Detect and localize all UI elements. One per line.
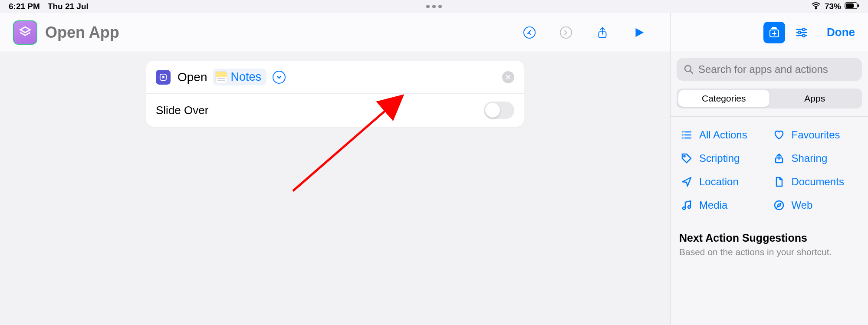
search-icon — [684, 64, 694, 75]
svg-point-17 — [688, 206, 690, 208]
location-icon — [681, 176, 692, 187]
category-web[interactable]: Web — [772, 195, 860, 216]
shortcut-title-input[interactable] — [45, 23, 175, 42]
category-sharing[interactable]: Sharing — [772, 148, 860, 169]
status-date: Thu 21 Jul — [48, 2, 89, 11]
segment-categories[interactable]: Categories — [678, 90, 769, 107]
action-header-row[interactable]: Open Notes — [146, 61, 524, 93]
category-location[interactable]: Location — [679, 171, 767, 192]
svg-point-18 — [775, 201, 783, 210]
category-label: Sharing — [792, 152, 828, 164]
redo-button — [557, 24, 575, 41]
svg-rect-2 — [846, 3, 854, 8]
svg-point-10 — [802, 28, 805, 31]
sidebar-header: Done — [671, 13, 868, 52]
heart-icon — [773, 129, 785, 141]
category-label: Media — [699, 199, 727, 211]
segmented-control[interactable]: Categories Apps — [677, 89, 862, 108]
delete-action-button[interactable] — [502, 71, 514, 83]
open-app-action-icon — [156, 70, 171, 85]
next-action-suggestions: Next Action Suggestions Based on the act… — [677, 222, 862, 257]
editor-toolbar — [0, 13, 670, 52]
category-label: All Actions — [699, 129, 747, 141]
battery-percent: 73% — [825, 2, 841, 11]
category-label: Scripting — [699, 152, 740, 164]
app-parameter[interactable]: Notes — [213, 69, 267, 85]
category-label: Documents — [792, 176, 844, 188]
category-media[interactable]: Media — [679, 195, 767, 216]
category-label: Web — [792, 199, 813, 211]
slide-over-row: Slide Over — [146, 93, 524, 127]
slide-over-toggle[interactable] — [484, 102, 514, 119]
slide-over-label: Slide Over — [156, 104, 208, 117]
status-time: 6:21 PM — [9, 2, 40, 11]
segment-apps[interactable]: Apps — [769, 90, 861, 107]
action-library-button[interactable] — [763, 22, 785, 43]
search-input[interactable] — [698, 63, 855, 76]
suggestions-title: Next Action Suggestions — [679, 232, 859, 244]
open-app-action-card: Open Notes Slide Over — [146, 61, 524, 127]
tag-icon — [681, 153, 692, 164]
category-documents[interactable]: Documents — [772, 171, 860, 192]
wifi-icon — [811, 0, 821, 13]
svg-point-16 — [683, 207, 685, 210]
settings-button[interactable] — [794, 25, 809, 40]
suggestions-subtitle: Based on the actions in your shortcut. — [679, 247, 859, 257]
done-button[interactable]: Done — [827, 26, 855, 39]
category-label: Favourites — [792, 129, 840, 141]
app-parameter-label: Notes — [231, 70, 262, 84]
action-verb: Open — [178, 70, 207, 84]
shortcut-icon[interactable] — [13, 20, 37, 45]
svg-point-11 — [798, 31, 801, 34]
run-button[interactable] — [630, 24, 648, 41]
status-bar: 6:21 PM Thu 21 Jul 73% — [0, 0, 868, 13]
category-label: Location — [699, 176, 739, 188]
svg-point-14 — [684, 156, 685, 157]
category-all-actions[interactable]: All Actions — [679, 125, 767, 145]
expand-options-button[interactable] — [273, 71, 286, 84]
document-icon — [773, 176, 785, 187]
battery-icon — [845, 2, 859, 12]
svg-point-12 — [802, 34, 805, 37]
multitask-dots[interactable] — [426, 5, 442, 8]
editor-canvas[interactable]: Open Notes Slide Over — [0, 52, 670, 325]
music-icon — [681, 200, 692, 211]
compass-icon — [773, 200, 785, 211]
svg-point-5 — [560, 26, 572, 38]
share-icon — [773, 153, 785, 164]
category-scripting[interactable]: Scripting — [679, 148, 767, 169]
notes-app-icon — [215, 71, 227, 83]
editor-panel: Open Notes Slide Over — [0, 13, 671, 325]
undo-button[interactable] — [521, 24, 538, 41]
actions-sidebar: Done Categories Apps All Actions Favouri… — [671, 13, 868, 325]
list-icon — [681, 129, 692, 141]
search-box[interactable] — [677, 58, 862, 81]
category-grid: All Actions Favourites Scripting Sharing… — [677, 117, 862, 216]
share-button[interactable] — [594, 24, 611, 41]
category-favourites[interactable]: Favourites — [772, 125, 860, 145]
svg-rect-3 — [858, 4, 859, 7]
svg-point-0 — [815, 7, 817, 9]
